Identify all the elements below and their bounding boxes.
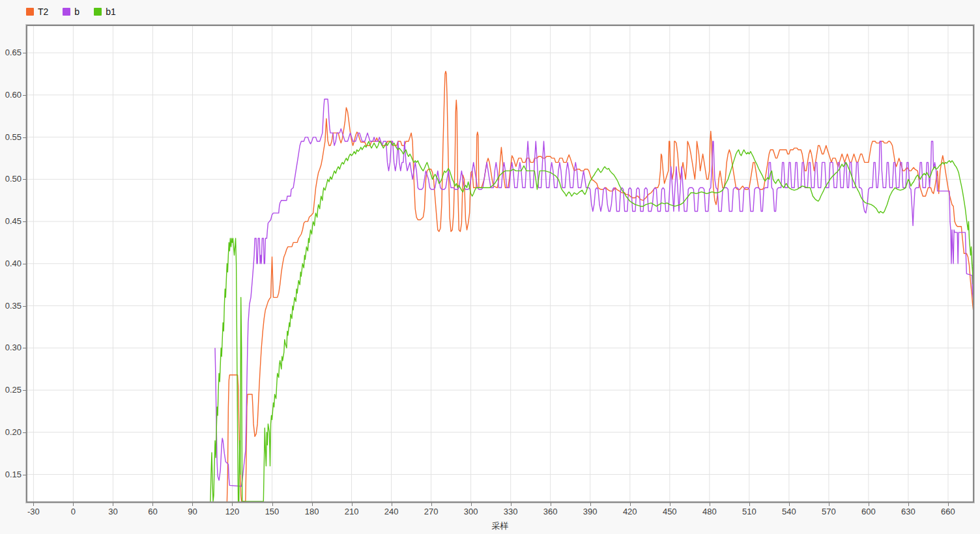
x-tick-label: 270	[412, 507, 451, 516]
y-tick-label: 0.35	[0, 301, 22, 311]
x-tick-label: 60	[133, 507, 172, 516]
x-axis-title: 采样	[26, 520, 974, 532]
y-tick-mark	[23, 306, 26, 307]
x-tick-label: 630	[889, 507, 928, 516]
y-tick-label: 0.25	[0, 385, 22, 395]
legend-label: b1	[106, 7, 116, 16]
x-tick-mark	[232, 503, 233, 506]
y-tick-label: 0.65	[0, 48, 22, 57]
legend-item-T2[interactable]: T2	[26, 7, 48, 16]
x-tick-mark	[392, 503, 392, 506]
x-tick-label: 480	[690, 507, 729, 516]
legend-swatch-icon	[26, 8, 34, 16]
x-tick-mark	[869, 503, 869, 506]
y-tick-mark	[23, 137, 26, 138]
x-tick-mark	[33, 503, 34, 506]
x-tick-label: 120	[212, 507, 252, 516]
x-tick-label: 540	[770, 507, 809, 516]
legend-label: T2	[38, 7, 48, 16]
y-tick-label: 0.60	[0, 90, 22, 100]
y-tick-mark	[23, 221, 26, 222]
y-tick-label: 0.45	[0, 216, 22, 226]
x-tick-label: 150	[253, 507, 292, 516]
x-tick-label: 300	[452, 507, 491, 516]
x-tick-mark	[511, 503, 512, 506]
y-tick-label: 0.20	[0, 427, 22, 437]
y-tick-mark	[23, 432, 26, 433]
x-tick-label: 180	[293, 507, 332, 516]
y-tick-mark	[23, 475, 26, 475]
legend-item-b1[interactable]: b1	[94, 7, 116, 16]
y-tick-mark	[23, 95, 26, 96]
x-tick-mark	[312, 503, 313, 506]
x-tick-mark	[352, 503, 353, 506]
x-tick-label: 240	[372, 507, 411, 516]
x-tick-mark	[551, 503, 551, 506]
x-tick-mark	[789, 503, 790, 506]
legend-item-b[interactable]: b	[63, 7, 79, 16]
y-tick-mark	[23, 390, 26, 391]
x-tick-mark	[749, 503, 750, 506]
y-tick-label: 0.15	[0, 470, 22, 479]
x-tick-mark	[471, 503, 472, 506]
x-tick-label: 660	[929, 507, 968, 516]
y-tick-label: 0.40	[0, 259, 22, 268]
x-tick-mark	[710, 503, 710, 506]
x-tick-label: 450	[650, 507, 689, 516]
x-tick-mark	[670, 503, 670, 506]
x-tick-mark	[630, 503, 631, 506]
x-tick-label: 30	[93, 507, 132, 516]
y-tick-label: 0.50	[0, 174, 22, 184]
x-tick-label: 210	[332, 507, 371, 516]
y-tick-mark	[23, 53, 26, 53]
chart-canvas[interactable]	[27, 26, 973, 501]
x-tick-mark	[908, 503, 909, 506]
y-tick-mark	[23, 179, 26, 180]
x-tick-mark	[948, 503, 949, 506]
x-tick-label: -30	[14, 507, 53, 516]
x-tick-mark	[192, 503, 193, 506]
series-line-b1	[210, 141, 973, 501]
x-tick-mark	[73, 503, 74, 506]
y-tick-mark	[23, 264, 26, 264]
x-tick-mark	[152, 503, 153, 506]
x-tick-mark	[113, 503, 113, 506]
x-tick-label: 570	[809, 507, 848, 516]
y-tick-label: 0.55	[0, 132, 22, 142]
legend: T2bb1	[26, 5, 116, 19]
x-tick-label: 510	[730, 507, 769, 516]
x-tick-label: 360	[531, 507, 570, 516]
x-tick-mark	[431, 503, 432, 506]
x-tick-label: 600	[849, 507, 888, 516]
x-tick-label: 330	[491, 507, 530, 516]
x-tick-label: 420	[611, 507, 650, 516]
x-tick-label: 390	[571, 507, 610, 516]
x-tick-mark	[590, 503, 591, 506]
x-tick-label: 0	[53, 507, 93, 516]
x-tick-mark	[272, 503, 273, 506]
gridlines	[27, 26, 973, 501]
plot-area[interactable]	[26, 25, 974, 503]
chart-page: { "colors":{"orange":"#F4692B","purple":…	[0, 0, 980, 534]
x-tick-mark	[829, 503, 829, 506]
y-tick-label: 0.30	[0, 343, 22, 352]
legend-swatch-icon	[94, 8, 102, 16]
y-tick-mark	[23, 348, 26, 348]
x-tick-label: 90	[173, 507, 212, 516]
legend-swatch-icon	[63, 8, 70, 16]
legend-label: b	[74, 7, 79, 16]
series-line-T2	[227, 72, 973, 502]
